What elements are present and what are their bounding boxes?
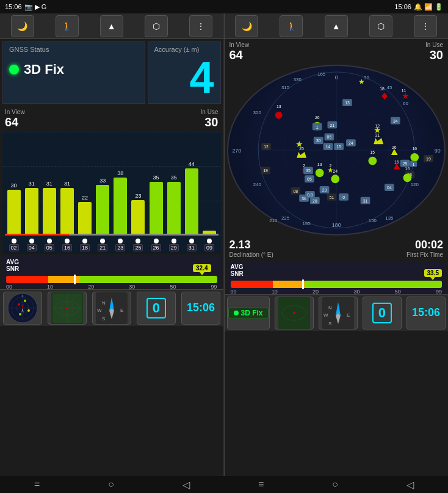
snr-label: SNR [6, 265, 19, 272]
nav-north-button[interactable]: N S W E [92, 292, 131, 325]
bar-group: 30 [7, 182, 21, 236]
svg-text:195: 195 [302, 221, 311, 226]
nav-time-button[interactable]: 15:06 [181, 292, 220, 325]
svg-text:N: N [102, 300, 106, 306]
bar-chart-area: 30 31 31 31 22 [2, 132, 221, 254]
svg-text:19: 19 [263, 168, 268, 173]
svg-text:35: 35 [306, 168, 311, 173]
r-north-arrow-icon: N S W E [322, 297, 354, 329]
bar-group: 44 [185, 161, 198, 236]
right-in-use-label: In Use [425, 41, 443, 48]
snr-badge-container: 32.4 [193, 264, 211, 272]
r-navigate-button[interactable]: ▲ [325, 15, 348, 37]
status-icons-right: 🔔 📶 🔋 [414, 3, 443, 11]
svg-text:330: 330 [293, 77, 302, 82]
person-button[interactable]: 🚶 [56, 15, 79, 37]
r-menu-button[interactable]: ≡ [258, 479, 264, 490]
in-use-value: 30 [204, 115, 218, 129]
menu-button[interactable]: = [34, 479, 40, 490]
in-use-group: In Use 30 [201, 109, 219, 129]
svg-text:16: 16 [412, 146, 417, 151]
bar-group: 22 [78, 195, 92, 236]
svg-text:2: 2 [329, 164, 331, 168]
svg-text:0: 0 [342, 195, 345, 200]
right-avg-label: AVG [231, 264, 244, 270]
bottom-nav-left: N N [0, 289, 223, 326]
svg-text:31: 31 [375, 133, 380, 137]
progress-bar [5, 234, 219, 236]
right-in-view-value: 64 [229, 48, 250, 62]
snr-track [6, 276, 217, 283]
right-snr-value-badge: 33.5 [424, 269, 442, 277]
bars-container: 30 31 31 31 22 [5, 137, 219, 236]
svg-text:12: 12 [375, 124, 380, 128]
svg-text:15: 15 [370, 150, 375, 154]
r-time-button[interactable]: 15:06 [406, 297, 446, 329]
bar-23 [114, 178, 127, 236]
right-snr-labels-row: AVG SNR 33.5 [231, 264, 443, 277]
r-time-display: 15:06 [412, 306, 440, 319]
right-in-use-group: In Use 30 [425, 41, 443, 62]
time-display: 15:06 [187, 301, 215, 314]
r-back-button[interactable]: ◁ [406, 479, 414, 491]
back-button[interactable]: ◁ [182, 479, 190, 491]
r-moon-button[interactable]: 🌙 [235, 15, 258, 37]
svg-text:315: 315 [281, 85, 289, 90]
time-right: 15:06 [394, 3, 411, 10]
bar-group: 31 [43, 181, 56, 236]
svg-text:24: 24 [349, 141, 353, 145]
sky-plot-svg: 0 180 90 270 45 315 135 225 30 60 120 15… [228, 66, 445, 234]
fix-badge: 3D Fix [228, 307, 269, 319]
svg-text:1: 1 [316, 125, 318, 129]
moon-button[interactable]: 🌙 [11, 15, 34, 37]
bar-26 [150, 182, 163, 236]
home-button[interactable]: ○ [108, 479, 114, 490]
fix-dot-icon [234, 311, 239, 315]
bar-group: 35 [167, 175, 181, 236]
svg-text:0: 0 [334, 74, 338, 81]
bar-group: 33 [96, 178, 109, 236]
svg-text:16: 16 [394, 160, 399, 164]
svg-text:20: 20 [312, 199, 317, 203]
declination-label: Declination (° E) [229, 251, 273, 258]
accuracy-label: Accuracy (± m) [154, 46, 214, 53]
svg-text:30: 30 [316, 139, 320, 143]
status-right: 15:06 🔔 📶 🔋 [394, 3, 443, 11]
zero-display: 0 [146, 298, 166, 318]
r-home-button[interactable]: ○ [332, 479, 338, 490]
nav-map-button[interactable] [48, 292, 87, 325]
bar-04 [25, 188, 38, 236]
nav-compass-button[interactable]: N [3, 292, 42, 325]
svg-text:13: 13 [345, 101, 350, 105]
bar-18 [78, 202, 92, 236]
r-person-button[interactable]: 🚶 [280, 15, 303, 37]
svg-text:15: 15 [336, 145, 341, 149]
svg-text:19: 19 [426, 157, 431, 161]
right-in-view-label: In View [229, 41, 250, 48]
r-share-button[interactable]: ⬡ [369, 15, 392, 37]
compass-icon: N [7, 292, 38, 324]
svg-text:26: 26 [314, 115, 319, 120]
r-north-button[interactable]: N S W E [319, 297, 358, 329]
share-button[interactable]: ⬡ [145, 15, 168, 37]
svg-text:60: 60 [403, 101, 408, 106]
nav-zero-button[interactable]: 0 [137, 292, 176, 325]
declination-value: 2.13 [229, 239, 273, 251]
svg-text:W: W [323, 312, 328, 318]
svg-point-90 [410, 153, 419, 162]
svg-text:51: 51 [329, 195, 334, 200]
r-fix-button[interactable]: 3D Fix [227, 297, 270, 329]
first-fix-label: First Fix Time [406, 251, 443, 258]
svg-text:165: 165 [317, 71, 326, 77]
r-more-button[interactable]: ⋮ [414, 15, 437, 37]
more-button[interactable]: ⋮ [189, 15, 212, 37]
status-left: 15:06 📷 ▶ G [5, 3, 46, 11]
snr-labels-row: AVG SNR 32.4 [6, 259, 217, 272]
first-fix-value: 00:02 [415, 239, 443, 251]
svg-text:16: 16 [405, 167, 410, 171]
svg-point-6 [18, 303, 20, 306]
r-map-button[interactable] [275, 297, 314, 329]
map-icon [51, 292, 83, 324]
navigate-button[interactable]: ▲ [100, 15, 123, 37]
r-zero-button[interactable]: 0 [363, 297, 402, 329]
